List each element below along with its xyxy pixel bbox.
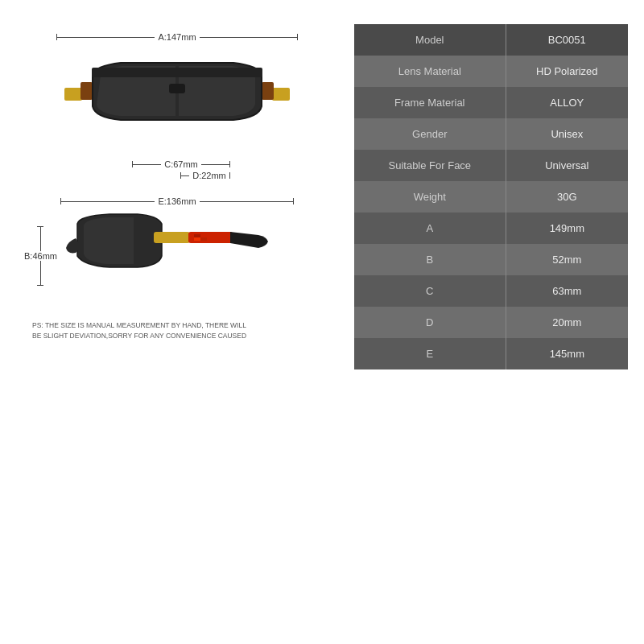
table-row: ModelBC0051 bbox=[354, 24, 628, 56]
spec-label: Suitable For Face bbox=[354, 150, 506, 181]
left-panel: A:147mm bbox=[16, 24, 338, 620]
spec-value: HD Polarized bbox=[506, 56, 628, 87]
glasses-front-view bbox=[56, 43, 298, 156]
svg-rect-2 bbox=[80, 82, 93, 100]
right-panel: ModelBC0051Lens MaterialHD PolarizedFram… bbox=[354, 24, 628, 620]
table-row: C63mm bbox=[354, 275, 628, 307]
footnote: PS: THE SIZE IS MANUAL MEASUREMENT BY HA… bbox=[24, 320, 330, 341]
svg-rect-10 bbox=[194, 237, 200, 241]
footnote-line1: PS: THE SIZE IS MANUAL MEASUREMENT BY HA… bbox=[32, 321, 246, 329]
spec-label: A bbox=[354, 213, 506, 244]
spec-value: 52mm bbox=[506, 244, 628, 275]
spec-value: 20mm bbox=[506, 307, 628, 338]
spec-label: B bbox=[354, 244, 506, 275]
svg-rect-1 bbox=[272, 88, 290, 101]
bottom-dims: C:67mm D:22mm bbox=[124, 159, 230, 180]
spec-value: 30G bbox=[506, 181, 628, 213]
e-measurement-label: E:136mm bbox=[155, 196, 199, 206]
spec-label: Weight bbox=[354, 181, 506, 213]
top-glasses-section: A:147mm bbox=[24, 32, 330, 180]
spec-value: BC0051 bbox=[506, 24, 628, 56]
svg-rect-11 bbox=[200, 237, 207, 241]
table-row: GenderUnisex bbox=[354, 118, 628, 150]
b-measurement-label: B:46mm bbox=[24, 251, 57, 261]
spec-value: 145mm bbox=[506, 338, 628, 369]
svg-rect-4 bbox=[169, 84, 185, 93]
footnote-line2: BE SLIGHT DEVIATION,SORRY FOR ANY CONVEN… bbox=[32, 332, 246, 340]
side-glasses-section: E:136mm B:46mm bbox=[24, 196, 330, 304]
svg-rect-6 bbox=[154, 232, 190, 243]
a-measurement-label: A:147mm bbox=[155, 32, 199, 42]
table-row: A149mm bbox=[354, 213, 628, 244]
specs-table: ModelBC0051Lens MaterialHD PolarizedFram… bbox=[354, 24, 628, 369]
table-row: Suitable For FaceUniversal bbox=[354, 150, 628, 181]
spec-value: Unisex bbox=[506, 118, 628, 150]
spec-label: D bbox=[354, 307, 506, 338]
svg-rect-3 bbox=[262, 82, 274, 100]
spec-value: ALLOY bbox=[506, 87, 628, 118]
svg-rect-5 bbox=[92, 68, 262, 77]
spec-label: Frame Material bbox=[354, 87, 506, 118]
b-measurement-block: B:46mm bbox=[24, 226, 57, 286]
c-measurement-label: C:67mm bbox=[161, 159, 201, 169]
spec-label: Lens Material bbox=[354, 56, 506, 87]
d-measurement-label: D:22mm bbox=[189, 171, 229, 180]
svg-rect-0 bbox=[64, 88, 82, 101]
spec-label: E bbox=[354, 338, 506, 369]
table-row: Weight30G bbox=[354, 181, 628, 213]
side-view-wrapper: B:46mm bbox=[24, 208, 330, 304]
spec-value: 63mm bbox=[506, 275, 628, 307]
glasses-side-view bbox=[61, 208, 270, 304]
table-row: E145mm bbox=[354, 338, 628, 369]
table-row: Lens MaterialHD Polarized bbox=[354, 56, 628, 87]
spec-value: Universal bbox=[506, 150, 628, 181]
spec-label: Model bbox=[354, 24, 506, 56]
table-row: D20mm bbox=[354, 307, 628, 338]
table-row: Frame MaterialALLOY bbox=[354, 87, 628, 118]
spec-label: C bbox=[354, 275, 506, 307]
spec-value: 149mm bbox=[506, 213, 628, 244]
spec-label: Gender bbox=[354, 118, 506, 150]
table-row: B52mm bbox=[354, 244, 628, 275]
